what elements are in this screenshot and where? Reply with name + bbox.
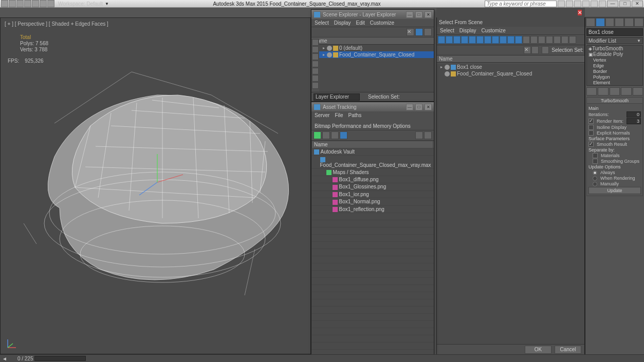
smgroups-check[interactable] xyxy=(593,159,598,164)
update-button[interactable]: Update xyxy=(588,187,641,194)
search-input[interactable] xyxy=(485,1,557,7)
filter-xref-icon[interactable] xyxy=(492,36,499,44)
se-side4-icon[interactable] xyxy=(312,61,319,67)
asset-row[interactable]: Box1_ior.pngFound xyxy=(312,190,434,198)
se-side7-icon[interactable] xyxy=(312,82,319,89)
mesh-object[interactable] xyxy=(8,64,304,306)
close-filter-icon[interactable]: ✕ xyxy=(524,46,531,54)
maximize-button[interactable]: □ xyxy=(619,1,631,7)
stack-polygon[interactable]: Polygon xyxy=(587,74,642,80)
remove-mod-icon[interactable] xyxy=(621,87,631,96)
time-slider-icon[interactable]: ◄ xyxy=(2,356,7,361)
smooth-result-check[interactable] xyxy=(588,142,594,147)
asset-row[interactable]: Autodesk VaultLogged xyxy=(312,148,434,156)
layer-row[interactable]: ▸Food_Container_Square_Closed xyxy=(319,51,434,58)
explicit-check[interactable] xyxy=(588,130,594,136)
sfs-menu-customize[interactable]: Customize xyxy=(482,28,506,33)
create-tab-icon[interactable] xyxy=(586,18,595,27)
rendering-radio[interactable] xyxy=(593,176,597,181)
app-icon[interactable] xyxy=(1,0,8,7)
asset-row[interactable]: Box1_Normal.pngFound xyxy=(312,198,434,205)
se-menu-display[interactable]: Display xyxy=(334,20,351,26)
rollout-header[interactable]: TurboSmooth xyxy=(586,97,643,104)
filter-all-icon[interactable] xyxy=(538,36,545,44)
at-name-col[interactable]: Name xyxy=(312,141,433,148)
at-tb3-icon[interactable] xyxy=(331,131,339,139)
sfs-item[interactable]: Food_Container_Square_Closed xyxy=(437,70,584,77)
filter-frozen-icon[interactable] xyxy=(523,36,530,44)
filter-light-icon[interactable] xyxy=(453,36,461,44)
question-icon[interactable]: ? xyxy=(599,1,606,7)
iterations-spinner[interactable] xyxy=(627,111,641,118)
help-icon[interactable] xyxy=(558,1,565,7)
minimize-button[interactable]: — xyxy=(607,1,618,7)
at-tb4-icon[interactable] xyxy=(340,131,347,139)
display-tab-icon[interactable] xyxy=(624,18,634,27)
filter-cat-icon[interactable] xyxy=(507,36,514,44)
asset-row[interactable]: Box1_diffuse.pngFound xyxy=(312,176,434,183)
show-end-result-icon[interactable] xyxy=(598,87,608,96)
se-side2-icon[interactable] xyxy=(312,46,319,53)
se-side1-icon[interactable] xyxy=(312,39,319,46)
at-tb6-icon[interactable] xyxy=(424,131,432,139)
at-min-icon[interactable]: — xyxy=(406,104,413,110)
cancel-button[interactable]: Cancel xyxy=(555,346,581,354)
make-unique-icon[interactable] xyxy=(610,87,620,96)
sfs-name-header[interactable]: Name xyxy=(437,55,584,63)
motion-tab-icon[interactable] xyxy=(615,18,624,27)
filter-hidden-icon[interactable] xyxy=(530,36,538,44)
se-menu-select[interactable]: Select xyxy=(315,20,329,26)
link-icon[interactable] xyxy=(47,0,54,7)
filter-spacewarps-icon[interactable] xyxy=(476,36,484,44)
se-side5-icon[interactable] xyxy=(312,68,319,74)
scene-explorer-titlebar[interactable]: Scene Explorer - Layer Explorer — □ ✕ xyxy=(311,10,434,19)
stack-border[interactable]: Border xyxy=(587,68,642,74)
panel-close-icon[interactable]: ✕ xyxy=(425,11,432,18)
filter-shape-icon[interactable] xyxy=(446,36,453,44)
ok-button[interactable]: OK xyxy=(525,346,551,354)
always-radio[interactable] xyxy=(593,170,597,175)
filter-camera-icon[interactable] xyxy=(461,36,468,44)
frame-display[interactable]: 0 / 225 xyxy=(17,356,33,361)
filter-helper-icon[interactable] xyxy=(469,36,476,44)
filter-group-icon[interactable] xyxy=(484,36,491,44)
at-tb5-icon[interactable] xyxy=(415,131,423,139)
asset-row[interactable]: Box1_reflection.pngFound xyxy=(312,205,434,213)
at-menu-file[interactable]: File xyxy=(335,112,343,118)
expand-icon[interactable] xyxy=(531,46,539,54)
save-icon[interactable] xyxy=(24,0,31,7)
at-menu-paths[interactable]: Paths xyxy=(348,112,362,118)
panel-max-icon[interactable]: □ xyxy=(415,11,422,18)
se-name-header[interactable]: Name xyxy=(311,37,434,45)
stack-editable-poly[interactable]: ▣ Editable Poly xyxy=(587,51,642,57)
asset-tracking-titlebar[interactable]: Asset Tracking — □ ✕ xyxy=(311,102,434,111)
filter-bone-icon[interactable] xyxy=(500,36,507,44)
open-icon[interactable] xyxy=(16,0,24,7)
new-icon[interactable] xyxy=(9,0,16,7)
helper1-icon[interactable] xyxy=(566,1,573,7)
filter-container-icon[interactable] xyxy=(515,36,522,44)
sfs-list[interactable]: ▸Box1 close Food_Container_Square_Closed xyxy=(437,64,584,344)
filter-inv-icon[interactable] xyxy=(554,36,561,44)
stack-edge[interactable]: Edge xyxy=(587,63,642,68)
pin-stack-icon[interactable] xyxy=(586,87,597,96)
se-view-icon[interactable] xyxy=(415,28,423,36)
asset-row[interactable]: Box1_Glossines.pngFound xyxy=(312,183,434,190)
se-opt-icon[interactable] xyxy=(424,28,432,36)
tree-icon[interactable] xyxy=(569,36,576,44)
se-footer-dropdown[interactable]: Layer Explorer xyxy=(314,93,360,101)
asset-tracking-table[interactable]: NameStatus Autodesk VaultLoggedFood_Cont… xyxy=(311,141,434,355)
modify-tab-icon[interactable] xyxy=(596,18,605,27)
se-side3-icon[interactable] xyxy=(312,53,319,60)
sfs-item[interactable]: ▸Box1 close xyxy=(437,64,584,70)
asset-row[interactable]: Maps / Shaders xyxy=(312,168,434,176)
isoline-check[interactable] xyxy=(588,125,594,130)
scene-explorer-tree[interactable]: ▸0 (default) ▸Food_Container_Square_Clos… xyxy=(319,45,434,92)
close-button[interactable]: ✕ xyxy=(632,1,643,7)
stack-element[interactable]: Element xyxy=(587,80,642,85)
tri-icon[interactable] xyxy=(561,36,568,44)
stack-turbosmooth[interactable]: ◈ TurboSmooth xyxy=(587,46,642,51)
sfs-menu-select[interactable]: Select xyxy=(440,28,454,33)
helper4-icon[interactable] xyxy=(591,1,598,7)
render-iters-spinner[interactable] xyxy=(627,118,641,124)
